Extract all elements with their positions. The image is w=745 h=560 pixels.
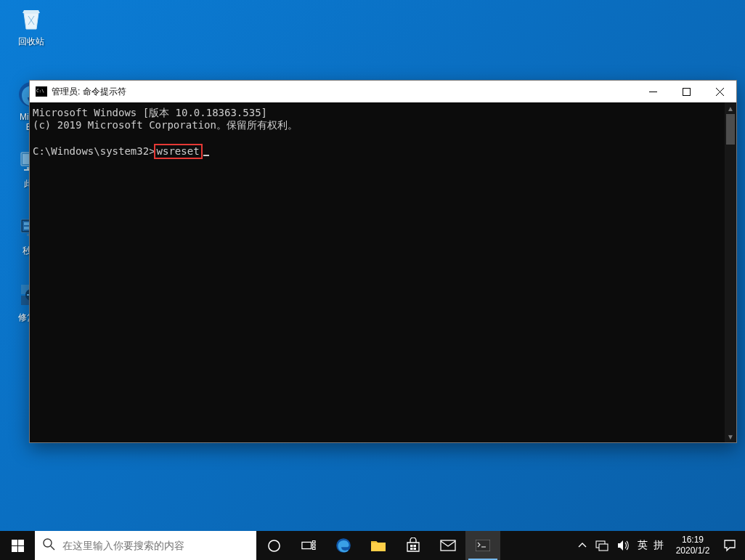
tray-chevron-up-button[interactable] — [574, 531, 591, 560]
cmd-scrollbar[interactable]: ▲ ▼ — [725, 102, 736, 442]
svg-rect-32 — [476, 540, 490, 551]
taskbar: 英 拼 16:19 2020/1/2 — [0, 531, 745, 560]
cmd-window: 管理员: 命令提示符 Microsoft Windows [版本 10.0.18… — [29, 80, 737, 443]
svg-rect-25 — [312, 548, 315, 550]
cortana-button[interactable] — [256, 531, 291, 560]
svg-point-21 — [268, 540, 279, 551]
search-icon — [42, 537, 55, 553]
svg-rect-27 — [410, 545, 413, 547]
svg-rect-17 — [18, 540, 24, 545]
svg-rect-15 — [683, 88, 690, 95]
tray-ime-lang[interactable]: 英 — [635, 531, 651, 560]
svg-rect-19 — [18, 546, 24, 552]
tray-clock[interactable]: 16:19 2020/1/2 — [667, 535, 719, 556]
taskbar-store-button[interactable] — [396, 531, 431, 560]
close-button[interactable] — [703, 81, 736, 102]
svg-rect-31 — [441, 540, 455, 551]
cmd-text-area[interactable]: Microsoft Windows [版本 10.0.18363.535](c)… — [30, 102, 725, 442]
scroll-track[interactable] — [725, 114, 736, 431]
scroll-up-arrow[interactable]: ▲ — [725, 102, 736, 114]
system-tray: 英 拼 16:19 2020/1/2 — [574, 531, 745, 560]
tray-date: 2020/1/2 — [676, 545, 710, 556]
tray-network-icon[interactable] — [591, 531, 613, 560]
scroll-thumb[interactable] — [726, 114, 735, 145]
svg-rect-30 — [414, 548, 417, 550]
cmd-icon — [36, 86, 47, 97]
svg-rect-16 — [12, 540, 17, 545]
svg-rect-23 — [312, 541, 315, 543]
cmd-title-bar[interactable]: 管理员: 命令提示符 — [30, 81, 736, 102]
taskbar-edge-button[interactable] — [326, 531, 361, 560]
start-button[interactable] — [0, 531, 35, 560]
cmd-caret — [203, 155, 209, 156]
tray-ime-mode[interactable]: 拼 — [651, 531, 667, 560]
recycle-bin-icon — [17, 4, 46, 33]
taskbar-file-explorer-button[interactable] — [361, 531, 396, 560]
svg-point-20 — [44, 539, 52, 547]
taskbar-search-input[interactable] — [62, 540, 249, 551]
tray-time: 16:19 — [682, 535, 704, 545]
maximize-button[interactable] — [669, 81, 703, 102]
cmd-command-highlight: wsreset — [154, 144, 203, 159]
cmd-command: wsreset — [157, 145, 200, 157]
cmd-blank-line — [33, 131, 722, 144]
scroll-down-arrow[interactable]: ▼ — [725, 431, 736, 442]
cmd-output-line: (c) 2019 Microsoft Corporation。保留所有权利。 — [33, 119, 722, 131]
taskbar-mail-button[interactable] — [431, 531, 465, 560]
svg-rect-29 — [410, 548, 413, 550]
taskbar-cmd-button[interactable] — [465, 531, 500, 560]
svg-rect-22 — [302, 542, 312, 548]
svg-rect-24 — [312, 544, 315, 546]
desktop-icon-label: 回收站 — [18, 36, 44, 46]
taskbar-search[interactable] — [35, 531, 256, 560]
svg-rect-28 — [414, 545, 417, 547]
task-view-button[interactable] — [291, 531, 326, 560]
cmd-title-text: 管理员: 命令提示符 — [52, 86, 126, 98]
cmd-body[interactable]: Microsoft Windows [版本 10.0.18363.535](c)… — [30, 102, 736, 442]
taskbar-pinned — [256, 531, 500, 560]
cmd-prompt-line: C:\Windows\system32>wsreset — [33, 144, 722, 159]
tray-action-center-button[interactable] — [719, 531, 741, 560]
tray-volume-icon[interactable] — [613, 531, 635, 560]
svg-rect-18 — [12, 546, 17, 552]
desktop-icon-recycle-bin[interactable]: 回收站 — [4, 4, 58, 58]
svg-rect-34 — [599, 544, 608, 551]
cmd-output-line: Microsoft Windows [版本 10.0.18363.535] — [33, 107, 722, 119]
minimize-button[interactable] — [636, 81, 669, 102]
cmd-prompt: C:\Windows\system32> — [33, 145, 155, 157]
